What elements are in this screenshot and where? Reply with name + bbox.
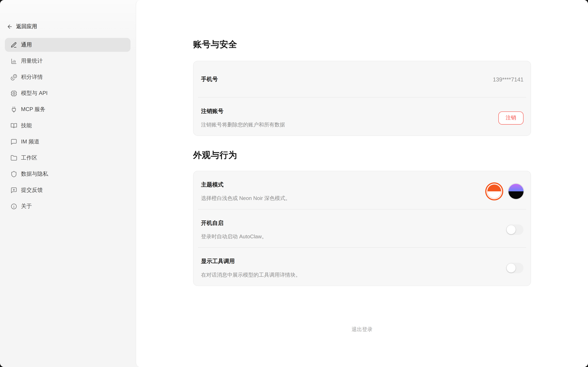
sidebar-item-im-channels[interactable]: IM 频道	[5, 135, 130, 149]
autostart-toggle[interactable]	[506, 225, 524, 235]
chat-bubble-icon	[10, 138, 17, 145]
delete-account-button[interactable]: 注销	[499, 111, 524, 125]
sidebar-item-workspace[interactable]: 工作区	[5, 151, 130, 165]
sidebar-item-about[interactable]: 关于	[5, 199, 130, 213]
sidebar-nav: 通用 用量统计 积分详情	[5, 38, 130, 213]
sidebar-item-label: 用量统计	[21, 58, 43, 65]
phone-row: 手机号 139****7141	[193, 61, 531, 97]
logout-button[interactable]: 退出登录	[352, 326, 373, 333]
autostart-description: 登录时自动启动 AutoClaw。	[201, 233, 267, 240]
sidebar-item-credits[interactable]: 积分详情	[5, 70, 130, 84]
show-tool-calls-label: 显示工具调用	[201, 257, 301, 265]
sidebar-item-skills[interactable]: 技能	[5, 119, 130, 133]
settings-window: 返回应用 通用 用量统计	[0, 0, 588, 367]
account-card: 手机号 139****7141 注销账号 注销账号将删除您的账户和所有数据 注销	[193, 61, 531, 136]
theme-mode-row: 主题模式 选择橙白浅色或 Neon Noir 深色模式。	[193, 171, 531, 209]
show-tool-calls-toggle[interactable]	[506, 263, 524, 273]
sidebar-item-label: 技能	[21, 122, 32, 129]
sidebar: 返回应用 通用 用量统计	[0, 0, 136, 367]
sidebar-item-general[interactable]: 通用	[5, 38, 130, 52]
show-tool-calls-row: 显示工具调用 在对话消息中展示模型的工具调用详情块。	[193, 248, 531, 285]
sidebar-item-label: 关于	[21, 203, 32, 210]
sidebar-item-label: 数据与隐私	[21, 170, 48, 177]
toggle-knob	[507, 263, 516, 273]
sidebar-item-feedback[interactable]: 提交反馈	[5, 183, 130, 197]
sidebar-item-data-privacy[interactable]: 数据与隐私	[5, 167, 130, 181]
sidebar-item-label: IM 频道	[21, 138, 40, 145]
phone-value: 139****7141	[493, 76, 524, 82]
account-security-title: 账号与安全	[193, 39, 531, 50]
sidebar-item-label: 工作区	[21, 154, 37, 161]
theme-mode-description: 选择橙白浅色或 Neon Noir 深色模式。	[201, 194, 290, 202]
plug-icon	[10, 106, 17, 113]
toggle-knob	[507, 225, 516, 234]
cpu-icon	[10, 90, 17, 97]
feedback-plus-icon	[10, 187, 17, 193]
show-tool-calls-description: 在对话消息中展示模型的工具调用详情块。	[201, 271, 301, 278]
delete-account-label: 注销账号	[201, 107, 285, 115]
sidebar-item-label: 提交反馈	[21, 187, 43, 194]
sidebar-item-usage-stats[interactable]: 用量统计	[5, 54, 130, 68]
delete-account-row: 注销账号 注销账号将删除您的账户和所有数据 注销	[193, 98, 531, 135]
sidebar-item-label: MCP 服务	[21, 106, 45, 113]
info-icon	[10, 203, 17, 210]
sidebar-item-label: 通用	[21, 41, 32, 48]
back-to-app-button[interactable]: 返回应用	[5, 23, 130, 30]
phone-label: 手机号	[201, 75, 218, 83]
autostart-row: 开机自启 登录时自动启动 AutoClaw。	[193, 209, 531, 247]
sidebar-item-label: 积分详情	[21, 74, 43, 81]
sidebar-item-models-api[interactable]: 模型与 API	[5, 86, 130, 100]
appearance-card: 主题模式 选择橙白浅色或 Neon Noir 深色模式。 开机自启 登录时自动启…	[193, 171, 531, 286]
folder-icon	[10, 154, 17, 161]
coins-icon	[10, 74, 17, 81]
pen-icon	[10, 42, 17, 48]
back-to-app-label: 返回应用	[16, 23, 37, 30]
appearance-behavior-title: 外观与行为	[193, 149, 531, 161]
shield-icon	[10, 171, 17, 177]
delete-account-description: 注销账号将删除您的账户和所有数据	[201, 121, 285, 128]
book-open-icon	[10, 122, 17, 129]
theme-mode-label: 主题模式	[201, 181, 290, 188]
sidebar-item-mcp-services[interactable]: MCP 服务	[5, 102, 130, 116]
theme-light-swatch[interactable]	[488, 185, 501, 198]
autostart-label: 开机自启	[201, 219, 267, 227]
theme-dark-swatch[interactable]	[508, 184, 524, 199]
arrow-left-icon	[7, 24, 13, 30]
sidebar-item-label: 模型与 API	[21, 90, 48, 97]
main-panel: 账号与安全 手机号 139****7141 注销账号 注销账号将删除您的账户和所…	[136, 0, 588, 367]
bar-chart-icon	[10, 58, 17, 64]
